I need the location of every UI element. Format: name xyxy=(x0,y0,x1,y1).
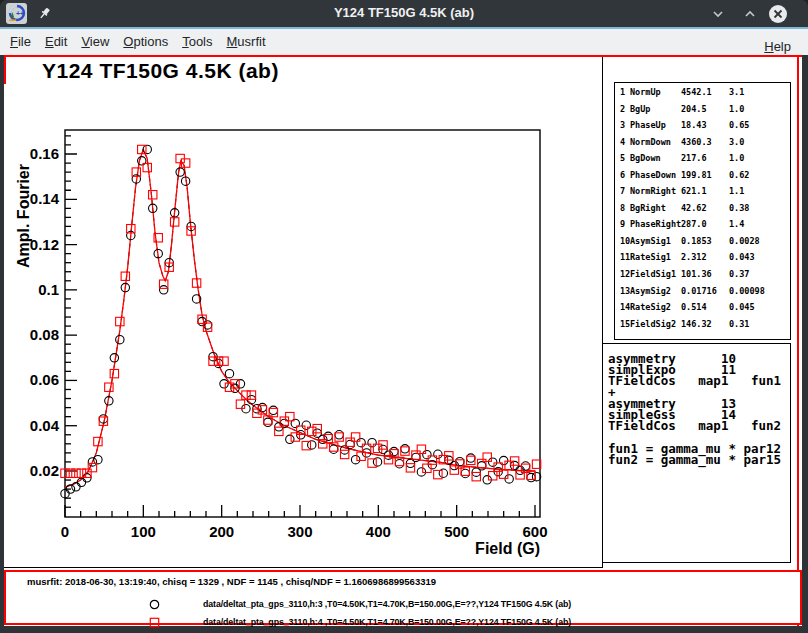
param-row-FieldSig2: 15FieldSig2146.320.31 xyxy=(615,315,790,332)
param-row-FieldSig1: 12FieldSig1101.360.37 xyxy=(615,265,790,282)
param-row-RateSig2: 14RateSig20.5140.045 xyxy=(615,298,790,315)
x-axis-title: Field (G) xyxy=(440,540,540,558)
legend-entry-2: data/deltat_pta_gps_3110,h:4 ,T0=4.50K,T… xyxy=(6,616,800,630)
param-row-NormUp: 1NormUp4542.13.1 xyxy=(615,83,790,100)
fit-parameter-box[interactable]: 1NormUp4542.13.12BgUp204.51.03PhaseUp18.… xyxy=(614,82,791,340)
legend-pad[interactable]: musrfit: 2018-06-30, 13:19:40, chisq = 1… xyxy=(4,570,802,625)
param-row-BgUp: 2BgUp204.51.0 xyxy=(615,100,790,117)
param-row-RateSig1: 11RateSig12.3120.043 xyxy=(615,248,790,265)
param-row-BgDown: 5BgDown217.61.0 xyxy=(615,149,790,166)
circle-marker-icon xyxy=(149,599,160,610)
menu-item-help[interactable]: Help xyxy=(757,39,798,54)
param-row-PhaseUp: 3PhaseUp18.430.65 xyxy=(615,116,790,133)
menu-item-edit[interactable]: Edit xyxy=(38,34,74,49)
menu-bar: FileEditViewOptionsToolsMusrfit Help xyxy=(0,29,808,55)
pad-highlight-left xyxy=(4,57,6,84)
theory-text: asymmetry 10 simplExpo 11 TFieldCos map1… xyxy=(608,353,790,465)
square-marker-icon xyxy=(149,617,160,628)
param-row-AsymSig1: 10AsymSig10.18530.0028 xyxy=(615,232,790,249)
fit-info-line: musrfit: 2018-06-30, 13:19:40, chisq = 1… xyxy=(27,576,436,587)
menu-item-musrfit[interactable]: Musrfit xyxy=(220,34,273,49)
y-axis-title: Ampl. Fourier xyxy=(15,156,33,276)
menu-items: FileEditViewOptionsToolsMusrfit xyxy=(0,34,273,49)
param-row-PhaseRight: 9PhaseRight287.01.4 xyxy=(615,215,790,232)
param-row-PhaseDown: 6PhaseDown199.810.62 xyxy=(615,166,790,183)
chevron-down-icon[interactable] xyxy=(709,5,727,23)
menu-item-options[interactable]: Options xyxy=(116,34,175,49)
menu-item-view[interactable]: View xyxy=(74,34,116,49)
theory-box[interactable]: asymmetry 10 simplExpo 11 TFieldCos map1… xyxy=(602,343,791,563)
close-icon[interactable] xyxy=(768,4,788,24)
param-row-BgRight: 8BgRight42.620.38 xyxy=(615,199,790,216)
plot-title: Y124 TF150G 4.5K (ab) xyxy=(42,59,279,83)
window-title: Y124 TF150G 4.5K (ab) xyxy=(0,5,808,20)
param-row-NormRight: 7NormRight621.11.1 xyxy=(615,182,790,199)
param-row-NormDown: 4NormDown4360.33.0 xyxy=(615,133,790,150)
menu-item-tools[interactable]: Tools xyxy=(175,34,219,49)
musrfit-window: ++ Y124 TF150G 4.5K (ab) FileEditView xyxy=(0,0,808,633)
menu-item-file[interactable]: File xyxy=(3,34,38,49)
pad-highlight-top xyxy=(4,55,802,57)
main-pad[interactable] xyxy=(4,57,603,568)
chevron-up-icon[interactable] xyxy=(741,5,759,23)
param-row-AsymSig2: 13AsymSig20.017160.00098 xyxy=(615,282,790,299)
legend-entry-1: data/deltat_pta_gps_3110,h:3 ,T0=4.50K,T… xyxy=(6,598,800,612)
title-bar[interactable]: ++ Y124 TF150G 4.5K (ab) xyxy=(0,0,808,27)
pad-highlight-right xyxy=(797,57,799,626)
